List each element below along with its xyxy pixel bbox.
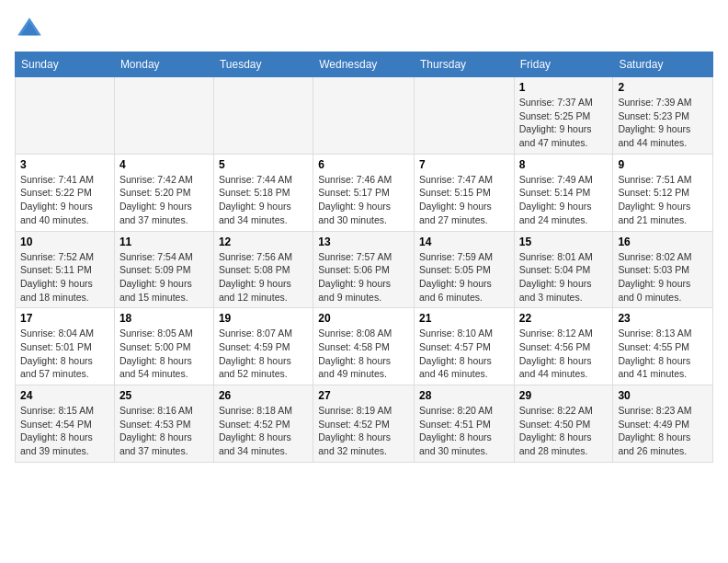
- day-number: 8: [519, 158, 609, 171]
- calendar-cell: 26Sunrise: 8:18 AM Sunset: 4:52 PM Dayli…: [213, 385, 313, 463]
- day-number: 5: [219, 158, 308, 171]
- calendar-cell: 21Sunrise: 8:10 AM Sunset: 4:57 PM Dayli…: [415, 308, 515, 385]
- calendar-cell: 25Sunrise: 8:16 AM Sunset: 4:53 PM Dayli…: [114, 385, 213, 463]
- calendar-cell: 14Sunrise: 7:59 AM Sunset: 5:05 PM Dayli…: [415, 231, 515, 308]
- day-number: 14: [419, 236, 509, 248]
- calendar-cell: [16, 77, 115, 155]
- day-info: Sunrise: 8:18 AM Sunset: 4:52 PM Dayligh…: [219, 404, 308, 458]
- day-info: Sunrise: 8:22 AM Sunset: 4:50 PM Dayligh…: [519, 404, 609, 458]
- day-info: Sunrise: 7:52 AM Sunset: 5:11 PM Dayligh…: [20, 250, 109, 304]
- day-info: Sunrise: 7:54 AM Sunset: 5:09 PM Dayligh…: [119, 250, 209, 304]
- day-number: 19: [219, 312, 308, 325]
- calendar-cell: 18Sunrise: 8:05 AM Sunset: 5:00 PM Dayli…: [114, 308, 213, 385]
- calendar-cell: 15Sunrise: 8:01 AM Sunset: 5:04 PM Dayli…: [514, 231, 613, 308]
- weekday-header: Sunday: [16, 52, 115, 77]
- day-number: 4: [119, 158, 209, 171]
- calendar-cell: 13Sunrise: 7:57 AM Sunset: 5:06 PM Dayli…: [313, 231, 415, 308]
- day-number: 13: [318, 236, 409, 248]
- day-info: Sunrise: 7:46 AM Sunset: 5:17 PM Dayligh…: [318, 173, 409, 227]
- weekday-header: Monday: [114, 52, 213, 77]
- day-number: 30: [618, 389, 708, 402]
- day-number: 7: [419, 158, 509, 171]
- day-info: Sunrise: 8:10 AM Sunset: 4:57 PM Dayligh…: [419, 327, 509, 381]
- day-number: 29: [519, 389, 609, 402]
- calendar-cell: 22Sunrise: 8:12 AM Sunset: 4:56 PM Dayli…: [514, 308, 613, 385]
- day-info: Sunrise: 8:19 AM Sunset: 4:52 PM Dayligh…: [318, 404, 409, 458]
- weekday-header: Friday: [514, 52, 613, 77]
- calendar-cell: 28Sunrise: 8:20 AM Sunset: 4:51 PM Dayli…: [415, 385, 515, 463]
- calendar-cell: 7Sunrise: 7:47 AM Sunset: 5:15 PM Daylig…: [415, 154, 515, 231]
- day-info: Sunrise: 8:20 AM Sunset: 4:51 PM Dayligh…: [419, 404, 509, 458]
- day-info: Sunrise: 7:56 AM Sunset: 5:08 PM Dayligh…: [219, 250, 308, 304]
- day-number: 11: [119, 236, 209, 248]
- calendar-cell: 8Sunrise: 7:49 AM Sunset: 5:14 PM Daylig…: [514, 154, 613, 231]
- calendar-cell: 2Sunrise: 7:39 AM Sunset: 5:23 PM Daylig…: [613, 77, 713, 155]
- day-info: Sunrise: 8:01 AM Sunset: 5:04 PM Dayligh…: [519, 250, 609, 304]
- day-info: Sunrise: 8:04 AM Sunset: 5:01 PM Dayligh…: [20, 327, 109, 381]
- calendar-table: SundayMondayTuesdayWednesdayThursdayFrid…: [15, 52, 713, 463]
- day-number: 9: [618, 158, 708, 171]
- day-number: 17: [20, 312, 109, 325]
- day-number: 15: [519, 236, 609, 248]
- day-info: Sunrise: 8:16 AM Sunset: 4:53 PM Dayligh…: [119, 404, 209, 458]
- day-info: Sunrise: 7:39 AM Sunset: 5:23 PM Dayligh…: [618, 96, 708, 150]
- day-number: 23: [618, 312, 708, 325]
- day-info: Sunrise: 8:02 AM Sunset: 5:03 PM Dayligh…: [618, 250, 708, 304]
- day-info: Sunrise: 8:15 AM Sunset: 4:54 PM Dayligh…: [20, 404, 109, 458]
- day-info: Sunrise: 8:12 AM Sunset: 4:56 PM Dayligh…: [519, 327, 609, 381]
- weekday-header: Thursday: [415, 52, 515, 77]
- calendar-cell: 1Sunrise: 7:37 AM Sunset: 5:25 PM Daylig…: [514, 77, 613, 155]
- page-header: [15, 15, 713, 44]
- day-info: Sunrise: 7:42 AM Sunset: 5:20 PM Dayligh…: [119, 173, 209, 227]
- day-info: Sunrise: 7:59 AM Sunset: 5:05 PM Dayligh…: [419, 250, 509, 304]
- calendar-cell: 16Sunrise: 8:02 AM Sunset: 5:03 PM Dayli…: [613, 231, 713, 308]
- day-info: Sunrise: 7:41 AM Sunset: 5:22 PM Dayligh…: [20, 173, 109, 227]
- calendar-cell: 5Sunrise: 7:44 AM Sunset: 5:18 PM Daylig…: [213, 154, 313, 231]
- day-info: Sunrise: 8:23 AM Sunset: 4:49 PM Dayligh…: [618, 404, 708, 458]
- day-number: 6: [318, 158, 409, 171]
- calendar-cell: 23Sunrise: 8:13 AM Sunset: 4:55 PM Dayli…: [613, 308, 713, 385]
- calendar-cell: 11Sunrise: 7:54 AM Sunset: 5:09 PM Dayli…: [114, 231, 213, 308]
- day-number: 20: [318, 312, 409, 325]
- calendar-cell: 27Sunrise: 8:19 AM Sunset: 4:52 PM Dayli…: [313, 385, 415, 463]
- calendar-cell: 24Sunrise: 8:15 AM Sunset: 4:54 PM Dayli…: [16, 385, 115, 463]
- calendar-cell: 3Sunrise: 7:41 AM Sunset: 5:22 PM Daylig…: [16, 154, 115, 231]
- calendar-cell: [415, 77, 515, 155]
- day-number: 27: [318, 389, 409, 402]
- day-number: 26: [219, 389, 308, 402]
- day-number: 10: [20, 236, 109, 248]
- calendar-cell: 4Sunrise: 7:42 AM Sunset: 5:20 PM Daylig…: [114, 154, 213, 231]
- calendar-cell: 30Sunrise: 8:23 AM Sunset: 4:49 PM Dayli…: [613, 385, 713, 463]
- weekday-header: Wednesday: [313, 52, 415, 77]
- day-info: Sunrise: 7:47 AM Sunset: 5:15 PM Dayligh…: [419, 173, 509, 227]
- calendar-cell: [213, 77, 313, 155]
- day-number: 28: [419, 389, 509, 402]
- calendar-cell: 20Sunrise: 8:08 AM Sunset: 4:58 PM Dayli…: [313, 308, 415, 385]
- calendar-cell: 10Sunrise: 7:52 AM Sunset: 5:11 PM Dayli…: [16, 231, 115, 308]
- logo: [15, 15, 48, 44]
- day-info: Sunrise: 7:57 AM Sunset: 5:06 PM Dayligh…: [318, 250, 409, 304]
- day-info: Sunrise: 7:51 AM Sunset: 5:12 PM Dayligh…: [618, 173, 708, 227]
- day-number: 16: [618, 236, 708, 248]
- calendar-cell: 17Sunrise: 8:04 AM Sunset: 5:01 PM Dayli…: [16, 308, 115, 385]
- logo-icon: [15, 15, 44, 44]
- day-info: Sunrise: 8:05 AM Sunset: 5:00 PM Dayligh…: [119, 327, 209, 381]
- day-info: Sunrise: 7:49 AM Sunset: 5:14 PM Dayligh…: [519, 173, 609, 227]
- calendar-cell: 9Sunrise: 7:51 AM Sunset: 5:12 PM Daylig…: [613, 154, 713, 231]
- day-number: 22: [519, 312, 609, 325]
- calendar-cell: 12Sunrise: 7:56 AM Sunset: 5:08 PM Dayli…: [213, 231, 313, 308]
- weekday-header: Saturday: [613, 52, 713, 77]
- day-info: Sunrise: 7:37 AM Sunset: 5:25 PM Dayligh…: [519, 96, 609, 150]
- day-number: 24: [20, 389, 109, 402]
- day-info: Sunrise: 8:08 AM Sunset: 4:58 PM Dayligh…: [318, 327, 409, 381]
- calendar-cell: 29Sunrise: 8:22 AM Sunset: 4:50 PM Dayli…: [514, 385, 613, 463]
- day-info: Sunrise: 8:13 AM Sunset: 4:55 PM Dayligh…: [618, 327, 708, 381]
- day-info: Sunrise: 8:07 AM Sunset: 4:59 PM Dayligh…: [219, 327, 308, 381]
- weekday-header: Tuesday: [213, 52, 313, 77]
- day-number: 3: [20, 158, 109, 171]
- calendar-cell: 6Sunrise: 7:46 AM Sunset: 5:17 PM Daylig…: [313, 154, 415, 231]
- calendar-cell: [114, 77, 213, 155]
- day-info: Sunrise: 7:44 AM Sunset: 5:18 PM Dayligh…: [219, 173, 308, 227]
- day-number: 1: [519, 81, 609, 94]
- day-number: 18: [119, 312, 209, 325]
